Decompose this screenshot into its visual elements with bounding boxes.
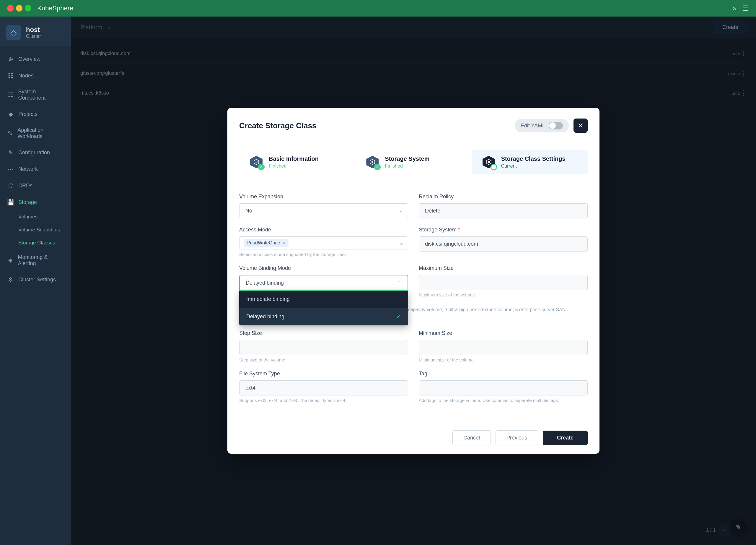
access-mode-chevron-icon: ⌄ (399, 240, 404, 246)
file-system-type-input[interactable] (239, 380, 408, 396)
step-1-state: Finished (269, 163, 319, 169)
minimize-traffic-light[interactable] (16, 5, 22, 12)
sidebar-item-cluster-settings[interactable]: ⚙ Cluster Settings (0, 271, 71, 288)
sidebar: ◇ host Cluster ⊕ Overview ☷ Nodes ☷ Syst… (0, 17, 71, 545)
modal-header: Create Storage Class Edit YAML ✕ (227, 108, 599, 141)
sidebar-item-network[interactable]: ⋯ Network (0, 161, 71, 177)
create-button[interactable]: Create (543, 431, 588, 445)
step-size-input[interactable] (239, 340, 408, 355)
step-basic-information: ✓ Basic Information Finished (239, 149, 355, 174)
configuration-label: Configuration (18, 149, 50, 156)
form-row-4: Step Size Step size of the volume. Minim… (239, 330, 588, 362)
sidebar-item-app-workloads[interactable]: ✎ Application Workloads (0, 122, 71, 144)
cluster-type: Cluster (26, 34, 41, 39)
edit-yaml-toggle[interactable]: Edit YAML (515, 119, 569, 132)
minimum-size-hint: Minimum size of the volume. (419, 357, 588, 362)
step-1-name: Basic Information (269, 155, 319, 162)
storage-system-input[interactable] (419, 236, 588, 251)
sidebar-item-nodes[interactable]: ☷ Nodes (0, 67, 71, 84)
sidebar-item-projects[interactable]: ◆ Projects (0, 106, 71, 122)
sidebar-item-overview[interactable]: ⊕ Overview (0, 51, 71, 67)
cancel-button[interactable]: Cancel (452, 430, 491, 445)
edit-yaml-pill (549, 122, 563, 129)
modal-close-button[interactable]: ✕ (573, 118, 588, 133)
crds-icon: ⬡ (7, 182, 14, 189)
step-1-text: Basic Information Finished (269, 155, 319, 169)
close-icon: ✕ (578, 121, 584, 130)
cluster-icon: ◇ (6, 25, 21, 40)
access-mode-input[interactable]: ReadWriteOnce ✕ ⌄ (239, 236, 408, 249)
sidebar-nav: ⊕ Overview ☷ Nodes ☷ System Component ◆ … (0, 46, 71, 545)
reclaim-policy-label: Reclaim Policy (419, 193, 588, 200)
menu-icon[interactable]: ☰ (742, 4, 749, 12)
maximize-traffic-light[interactable] (25, 5, 31, 12)
maximum-size-hint: Maximum size of the volume. (419, 292, 588, 297)
sidebar-item-storage-classes[interactable]: Storage Classes (0, 236, 71, 249)
step-2-icon: ✓ (365, 154, 380, 170)
nodes-icon: ☷ (7, 72, 14, 79)
close-traffic-light[interactable] (7, 5, 14, 12)
sidebar-item-crds[interactable]: ⬡ CRDs (0, 177, 71, 194)
step-2-name: Storage System (385, 155, 429, 162)
svg-rect-1 (488, 161, 490, 163)
traffic-lights (7, 5, 31, 12)
sidebar-item-volumes[interactable]: Volumes (0, 210, 71, 223)
volume-binding-chevron-up-icon: ⌃ (397, 280, 402, 286)
binding-option-immediate[interactable]: Immediate binding (239, 291, 408, 308)
tag-input[interactable] (419, 380, 588, 396)
modal-title: Create Storage Class (239, 121, 515, 130)
reclaim-policy-input[interactable] (419, 203, 588, 218)
volume-binding-selected-value: Delayed binding (246, 280, 284, 286)
volume-expansion-select[interactable]: No Yes (239, 203, 408, 218)
step-size-label: Step Size (239, 330, 408, 336)
step-2-text: Storage System Finished (385, 155, 429, 169)
file-system-type-group: File System Type Supports ext3, ext4, an… (239, 371, 408, 403)
step-3-icon (481, 154, 496, 170)
sidebar-item-volume-snapshots[interactable]: Volume Snapshots (0, 223, 71, 236)
content-area: Platform › Create disk.csi.qingcloud.com… (71, 17, 756, 545)
modal-overlay: Create Storage Class Edit YAML ✕ (71, 17, 756, 545)
maximum-size-group: Maximum Size Maximum size of the volume. (419, 265, 588, 297)
modal-body: Volume Expansion No Yes ⌄ Reclaim Policy (227, 183, 599, 422)
reclaim-policy-group: Reclaim Policy (419, 193, 588, 218)
projects-icon: ◆ (7, 110, 14, 118)
minimum-size-input[interactable] (419, 340, 588, 355)
sidebar-item-monitoring[interactable]: ⊕ Monitoring & Alerting (0, 249, 71, 271)
sidebar-item-storage[interactable]: 💾 Storage (0, 194, 71, 210)
step-3-status (491, 164, 497, 170)
step-3-text: Storage Class Settings Current (501, 155, 566, 169)
edit-yaml-thumb (549, 122, 556, 129)
previous-button[interactable]: Previous (496, 430, 538, 445)
form-row-3: Volume Binding Mode Delayed binding ⌃ Im… (239, 265, 588, 297)
tag-label: Tag (419, 371, 588, 377)
configuration-icon: ✎ (7, 149, 14, 156)
crds-label: CRDs (18, 183, 32, 189)
maximum-size-label: Maximum Size (419, 265, 588, 271)
volume-binding-select-button[interactable]: Delayed binding ⌃ (239, 275, 408, 291)
modal-footer: Cancel Previous Create (227, 422, 599, 454)
nodes-label: Nodes (18, 73, 34, 79)
network-icon: ⋯ (7, 165, 14, 172)
file-system-type-label: File System Type (239, 371, 408, 377)
maximum-size-input[interactable] (419, 275, 588, 290)
binding-option-delayed[interactable]: Delayed binding ✓ (239, 308, 408, 326)
minimum-size-group: Minimum Size Minimum size of the volume. (419, 330, 588, 362)
overview-icon: ⊕ (7, 56, 14, 63)
form-row-2: Access Mode ReadWriteOnce ✕ ⌄ Select an … (239, 227, 588, 257)
volume-binding-select-wrapper: Delayed binding ⌃ Immediate binding Dela… (239, 275, 408, 291)
sidebar-item-configuration[interactable]: ✎ Configuration (0, 144, 71, 161)
create-storage-class-modal: Create Storage Class Edit YAML ✕ (227, 108, 599, 453)
form-row-1: Volume Expansion No Yes ⌄ Reclaim Policy (239, 193, 588, 218)
volume-binding-mode-group: Volume Binding Mode Delayed binding ⌃ Im… (239, 265, 408, 297)
expand-icon[interactable]: » (733, 4, 737, 12)
volume-expansion-select-wrapper: No Yes ⌄ (239, 203, 408, 218)
storage-system-label: Storage System* (419, 227, 588, 233)
storage-label: Storage (18, 199, 37, 205)
sidebar-item-system-component[interactable]: ☷ System Component (0, 84, 71, 106)
remove-tag-button[interactable]: ✕ (282, 240, 286, 245)
app-workloads-icon: ✎ (7, 130, 13, 137)
access-mode-hint: Select an access mode supported by the s… (239, 252, 408, 257)
step-storage-class-settings: Storage Class Settings Current (472, 149, 588, 174)
access-mode-group: Access Mode ReadWriteOnce ✕ ⌄ Select an … (239, 227, 408, 257)
cluster-settings-icon: ⚙ (7, 276, 14, 283)
